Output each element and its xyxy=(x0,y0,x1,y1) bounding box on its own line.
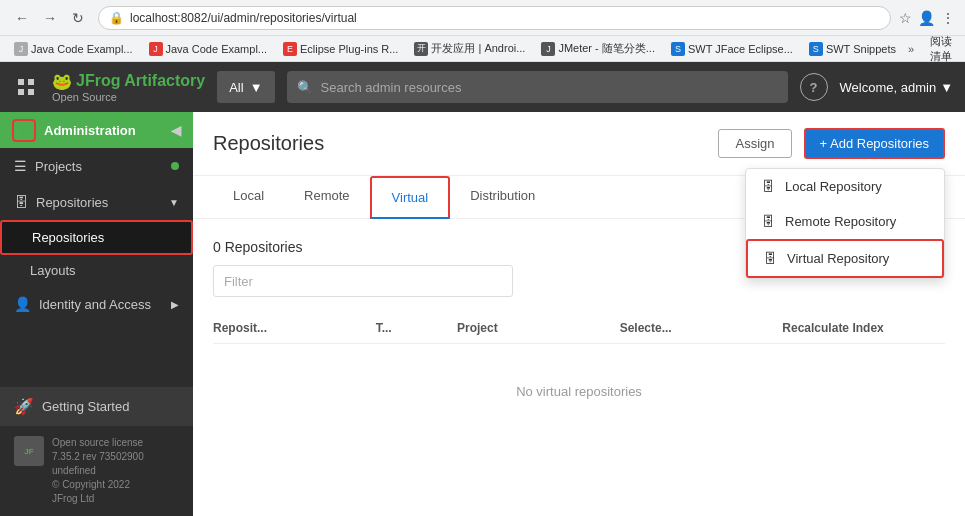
sidebar: ⚙ Administration ◀ ☰ Projects 🗄 Reposito… xyxy=(0,112,193,516)
projects-dot xyxy=(171,162,179,170)
content-header: Repositories Assign + Add Repositories xyxy=(193,112,965,176)
welcome-text: Welcome, admin xyxy=(840,80,937,95)
projects-label: Projects xyxy=(35,159,82,174)
remote-repo-icon: 🗄 xyxy=(762,214,775,229)
bookmark-4[interactable]: 开 开发应用 | Androi... xyxy=(410,39,529,58)
sidebar-item-identity[interactable]: 👤 Identity and Access ▶ xyxy=(0,286,193,322)
assign-button[interactable]: Assign xyxy=(718,129,791,158)
local-repo-icon: 🗄 xyxy=(762,179,775,194)
forward-button[interactable]: → xyxy=(38,6,62,30)
browser-chrome: ← → ↻ 🔒 localhost:8082/ui/admin/reposito… xyxy=(0,0,965,36)
logo-brand: 🐸 JFrog Artifactory xyxy=(52,72,205,91)
col-header-repo: Reposit... xyxy=(213,321,376,335)
col-header-project: Project xyxy=(457,321,620,335)
address-bar[interactable]: 🔒 localhost:8082/ui/admin/repositories/v… xyxy=(98,6,891,30)
app-container: 🐸 JFrog Artifactory Open Source All ▼ 🔍 … xyxy=(0,62,965,516)
bookmark-5[interactable]: J JMeter - 随笔分类... xyxy=(537,39,659,58)
lock-icon: 🔒 xyxy=(109,11,124,25)
bookmark-favicon-3: E xyxy=(283,42,297,56)
grid-icon[interactable] xyxy=(12,73,40,101)
add-repos-dropdown: 🗄 Local Repository 🗄 Remote Repository 🗄… xyxy=(745,168,945,279)
bookmark-favicon-6: S xyxy=(671,42,685,56)
bookmark-3[interactable]: E Eclipse Plug-ins R... xyxy=(279,40,402,58)
star-icon[interactable]: ☆ xyxy=(899,10,912,26)
sidebar-subitem-layouts[interactable]: Layouts xyxy=(0,255,193,286)
repositories-label: Repositories xyxy=(36,195,108,210)
all-dropdown[interactable]: All ▼ xyxy=(217,71,274,103)
svg-rect-2 xyxy=(18,89,24,95)
table-header: Reposit... T... Project Selecte... Recal… xyxy=(213,313,945,344)
bookmark-favicon-5: J xyxy=(541,42,555,56)
getting-started-icon: 🚀 xyxy=(14,397,34,416)
sidebar-subitem-repositories[interactable]: Repositories xyxy=(0,220,193,255)
repositories-expand-icon: ▼ xyxy=(169,197,179,208)
dropdown-local-repo[interactable]: 🗄 Local Repository xyxy=(746,169,944,204)
refresh-button[interactable]: ↻ xyxy=(66,6,90,30)
back-button[interactable]: ← xyxy=(10,6,34,30)
bookmark-2[interactable]: J Java Code Exampl... xyxy=(145,40,272,58)
bookmark-7[interactable]: S SWT Snippets xyxy=(805,40,900,58)
bookmark-6[interactable]: S SWT JFace Eclipse... xyxy=(667,40,797,58)
bookmark-favicon-1: J xyxy=(14,42,28,56)
virtual-repo-icon: 🗄 xyxy=(764,251,777,266)
col-header-selected: Selecte... xyxy=(620,321,783,335)
logo-sub: Open Source xyxy=(52,91,117,103)
bookmark-1[interactable]: J Java Code Exampl... xyxy=(10,40,137,58)
admin-label: Administration xyxy=(44,123,136,138)
user-area[interactable]: Welcome, admin ▼ xyxy=(840,80,953,95)
identity-expand-icon: ▶ xyxy=(171,299,179,310)
add-repositories-button[interactable]: + Add Repositories xyxy=(804,128,945,159)
tab-distribution[interactable]: Distribution xyxy=(450,176,555,219)
search-bar[interactable]: 🔍 xyxy=(287,71,788,103)
help-button[interactable]: ? xyxy=(800,73,828,101)
url-text: localhost:8082/ui/admin/repositories/vir… xyxy=(130,11,357,25)
sidebar-footer: JF Open source license 7.35.2 rev 735029… xyxy=(0,426,193,516)
identity-label: Identity and Access xyxy=(39,297,151,312)
frog-icon: 🐸 xyxy=(52,72,72,91)
footer-text: Open source license 7.35.2 rev 73502900 … xyxy=(52,436,144,506)
getting-started-label: Getting Started xyxy=(42,399,129,414)
col-header-recalc: Recalculate Index xyxy=(782,321,945,335)
main-content: Repositories Assign + Add Repositories L… xyxy=(193,112,965,516)
gear-highlight-box: ⚙ xyxy=(12,119,36,142)
nav-buttons: ← → ↻ xyxy=(10,6,90,30)
dropdown-remote-repo[interactable]: 🗄 Remote Repository xyxy=(746,204,944,239)
layouts-label: Layouts xyxy=(30,263,76,278)
logo-area: 🐸 JFrog Artifactory Open Source xyxy=(52,72,205,103)
filter-input[interactable] xyxy=(213,265,513,297)
top-nav: 🐸 JFrog Artifactory Open Source All ▼ 🔍 … xyxy=(0,62,965,112)
tab-virtual[interactable]: Virtual xyxy=(370,176,451,219)
bookmarks-bar: J Java Code Exampl... J Java Code Exampl… xyxy=(0,36,965,62)
bookmark-favicon-2: J xyxy=(149,42,163,56)
tab-local[interactable]: Local xyxy=(213,176,284,219)
profile-icon[interactable]: 👤 xyxy=(918,10,935,26)
svg-rect-1 xyxy=(28,79,34,85)
sidebar-collapse-icon[interactable]: ◀ xyxy=(171,123,181,138)
projects-icon: ☰ xyxy=(14,158,27,174)
col-header-type: T... xyxy=(376,321,457,335)
reading-list[interactable]: 阅读清单 xyxy=(930,34,955,64)
repositories-icon: 🗄 xyxy=(14,194,28,210)
sidebar-getting-started[interactable]: 🚀 Getting Started xyxy=(0,387,193,426)
search-input[interactable] xyxy=(321,80,778,95)
svg-rect-0 xyxy=(18,79,24,85)
browser-actions: ☆ 👤 ⋮ xyxy=(899,10,955,26)
empty-message: No virtual repositories xyxy=(213,344,945,439)
sidebar-item-repositories[interactable]: 🗄 Repositories ▼ xyxy=(0,184,193,220)
identity-icon: 👤 xyxy=(14,296,31,312)
svg-rect-3 xyxy=(28,89,34,95)
repositories-sub-label: Repositories xyxy=(32,230,104,245)
jfrog-logo-small: JF xyxy=(14,436,44,466)
bookmarks-more[interactable]: » xyxy=(908,43,914,55)
page-title: Repositories xyxy=(213,132,706,155)
user-chevron-icon: ▼ xyxy=(940,80,953,95)
chevron-down-icon: ▼ xyxy=(250,80,263,95)
sidebar-admin-header: ⚙ Administration ◀ xyxy=(0,112,193,148)
menu-icon[interactable]: ⋮ xyxy=(941,10,955,26)
sidebar-item-projects[interactable]: ☰ Projects xyxy=(0,148,193,184)
gear-icon[interactable]: ⚙ xyxy=(18,123,30,138)
bookmark-favicon-4: 开 xyxy=(414,42,428,56)
tab-remote[interactable]: Remote xyxy=(284,176,370,219)
body-area: ⚙ Administration ◀ ☰ Projects 🗄 Reposito… xyxy=(0,112,965,516)
dropdown-virtual-repo[interactable]: 🗄 Virtual Repository xyxy=(746,239,944,278)
